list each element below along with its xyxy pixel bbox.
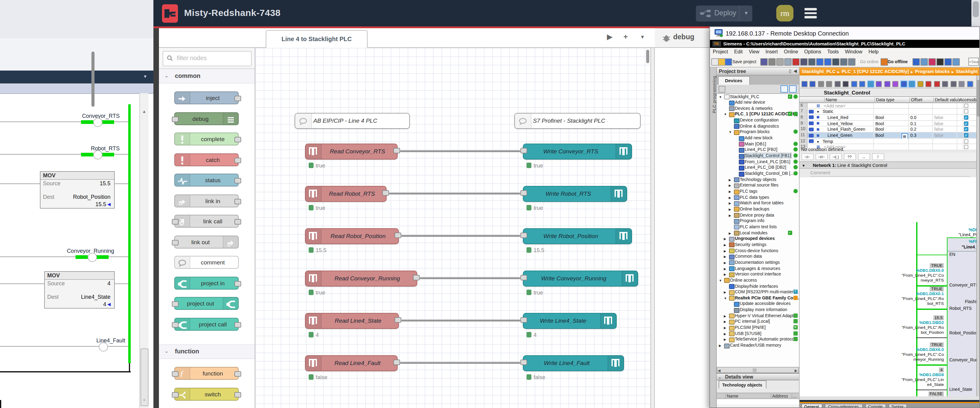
node-port-input[interactable]: [520, 233, 527, 238]
flow-node-Read-Robot_Position[interactable]: Read Robot_Position: [305, 228, 399, 244]
accessible-checkbox[interactable]: [964, 139, 968, 143]
tree-row-languages-resources[interactable]: ▶Languages & resources: [716, 265, 799, 271]
tab-line4-to-stacklight-plc[interactable]: Line 4 to Stacklight PLC: [266, 30, 368, 48]
table-column-name[interactable]: Name: [824, 98, 837, 103]
node-port-output[interactable]: [393, 148, 400, 153]
toolbar-icon[interactable]: [768, 58, 775, 65]
tree-expander-icon[interactable]: ▶: [724, 249, 726, 252]
palette-section-common[interactable]: ⌄common: [159, 69, 255, 83]
table-column-offset[interactable]: Offset: [909, 98, 922, 103]
menu-options[interactable]: Options: [801, 48, 824, 56]
menu-online[interactable]: Online: [781, 48, 801, 56]
tia-ladder-canvas[interactable]: %DB2"Line4_PLC_DB"%FB2"Line4_PLC"ENENOCo…: [799, 177, 980, 396]
editor-toolbar-icon[interactable]: [801, 81, 807, 87]
table-row-8[interactable]: 8Line4_RedBool0.0false✓: [799, 115, 980, 121]
tree-row-pc-internal-local-[interactable]: ▶PC internal [Local]: [716, 319, 799, 325]
tree-row-usb-s7usb-[interactable]: ▶USB [S7USB]: [716, 331, 799, 337]
list-flows-icon[interactable]: ▶: [607, 32, 612, 41]
ladder-symbol-button[interactable]: ⊣/⊢: [815, 153, 827, 160]
node-port-output[interactable]: [235, 371, 242, 377]
tree-row-program-blocks[interactable]: ▼Program blocks: [716, 129, 799, 135]
group-expander-icon[interactable]: ▼: [816, 140, 819, 143]
node-port-input[interactable]: [520, 190, 527, 196]
tree-row-plc-alarm-text-lists[interactable]: PLC alarm text lists: [716, 224, 799, 230]
ladder-symbol-button[interactable]: ??: [843, 153, 856, 160]
toolbar-icon[interactable]: [944, 58, 951, 65]
palette-node-link-out[interactable]: link out: [175, 235, 239, 248]
editor-toolbar-icon[interactable]: [925, 81, 932, 87]
toolbar-icon[interactable]: [711, 58, 718, 65]
accessible-checkbox[interactable]: ✓: [964, 133, 968, 137]
table-row-7[interactable]: 7▼Static: [799, 109, 980, 114]
table-row-12[interactable]: 12▼Temp: [799, 138, 980, 144]
node-port-output[interactable]: [235, 137, 242, 142]
tree-expander-icon[interactable]: ▶: [729, 202, 731, 205]
tree-row-technology-objects[interactable]: ▶Technology objects: [716, 176, 799, 182]
sidebar-splitter[interactable]: [651, 48, 655, 408]
editor-vscrollbar[interactable]: [976, 75, 980, 396]
palette-section-function[interactable]: ⌄function: [159, 344, 255, 359]
ladder-symbol-button[interactable]: ⊣⊢: [801, 153, 813, 160]
tree-expander-icon[interactable]: ▶: [724, 272, 726, 276]
palette-node-link-call[interactable]: link call: [175, 215, 239, 228]
tree-expander-icon[interactable]: ▶: [729, 190, 731, 193]
palette-node-comment[interactable]: comment: [175, 256, 239, 269]
flow-node-Write-Line4_Fault[interactable]: Write Line4_Fault: [522, 355, 624, 371]
tree-row-stacklight-control-fb1-[interactable]: Stacklight_Control [FB1]: [716, 153, 799, 159]
node-port-input[interactable]: [172, 301, 179, 307]
table-row-11[interactable]: 11Line4_GreenBool▤0.3false✓: [799, 133, 980, 138]
palette-node-project-call[interactable]: project call: [175, 318, 239, 330]
tree-expander-icon[interactable]: ▶: [724, 320, 726, 324]
node-port-input[interactable]: [520, 275, 527, 280]
tree-row-stacklight-plc[interactable]: ▼Stacklight_PLC✓: [716, 94, 799, 99]
tree-expander-icon[interactable]: ▶: [724, 243, 726, 247]
editor-toolbar-icon[interactable]: [818, 81, 824, 87]
menu-edit[interactable]: Edit: [731, 48, 746, 56]
node-port-output[interactable]: [235, 96, 242, 101]
coil-symbol[interactable]: [93, 118, 102, 127]
flow-node-Write-Conveyor_Running[interactable]: Write Conveyor_Running: [522, 271, 638, 287]
filter-tree-icon[interactable]: [789, 85, 796, 93]
browser-scroll-thumb[interactable]: [973, 1, 979, 17]
tree-expander-icon[interactable]: ▶: [729, 178, 731, 181]
toolbar-icon[interactable]: [724, 58, 732, 65]
toolbar-icon[interactable]: [816, 58, 823, 65]
tab-general[interactable]: General: [801, 404, 822, 408]
accessible-checkbox[interactable]: [964, 103, 968, 108]
tree-row-documentation-settings[interactable]: ▶Documentation settings: [716, 260, 799, 265]
tree-row-plc-data-types[interactable]: ▶PLC data types: [716, 194, 799, 200]
function-block[interactable]: %FB2"Line4_PLC"ENENOConveyor_RTSRobot_RT…: [947, 237, 980, 396]
node-port-input[interactable]: [172, 116, 179, 122]
editor-toolbar-icon[interactable]: [942, 81, 948, 87]
flow-wire[interactable]: [401, 320, 520, 321]
var-datatype[interactable]: Bool: [875, 115, 884, 120]
pin-icon[interactable]: ▯: [789, 68, 791, 73]
accessible-checkbox[interactable]: ✓: [964, 115, 968, 120]
expand-all-icon[interactable]: [780, 85, 788, 93]
palette-node-switch[interactable]: switch: [175, 387, 239, 400]
breadcrumb-item[interactable]: Stacklight_PLC: [802, 68, 835, 74]
breadcrumb[interactable]: Stacklight_PLC▶PLC_1 [CPU 1212C AC/DC/Rl…: [799, 67, 980, 75]
deploy-button[interactable]: Deploy ▼: [696, 6, 752, 21]
tree-row-stacklight-control-db-[interactable]: Stacklight_Control_DB [...: [716, 171, 799, 176]
toolbar-icon[interactable]: [808, 58, 815, 65]
tab-compile[interactable]: Compile: [865, 404, 886, 408]
toolbar-icon[interactable]: [800, 58, 807, 65]
flow-node-Write-Line4_State[interactable]: Write Line4_State: [522, 313, 616, 329]
node-port-input[interactable]: [172, 219, 179, 225]
tree-row-add-new-device[interactable]: Add new device: [716, 99, 799, 105]
toolbar-icon[interactable]: [718, 58, 725, 65]
editor-toolbar-icon[interactable]: [967, 81, 973, 87]
tree-row-com-rs232-ppi-multi-master-c-[interactable]: ▶COM [RS232/PPI multi-master c...?: [716, 289, 799, 295]
group-expander-icon[interactable]: ▼: [816, 110, 819, 114]
comment-node[interactable]: AB EIP/CIP - Line 4 PLC: [294, 113, 410, 129]
node-port-output[interactable]: [235, 322, 242, 327]
var-datatype[interactable]: Bool: [875, 133, 884, 137]
avatar[interactable]: rm: [776, 5, 794, 21]
editor-toolbar-icon[interactable]: [917, 81, 923, 87]
tree-row-realtek-pcie-gbe-family-con-[interactable]: ▼Realtek PCIe GBE Family Con...: [716, 295, 799, 301]
tree-row-card-reader-usb-memory[interactable]: ▶Card Reader/USB memory: [716, 342, 799, 348]
tree-row-device-configuration[interactable]: Device configuration: [716, 117, 799, 123]
flow-menu-dropdown[interactable]: ▼: [640, 34, 645, 40]
deploy-dropdown[interactable]: ▼: [739, 6, 753, 21]
